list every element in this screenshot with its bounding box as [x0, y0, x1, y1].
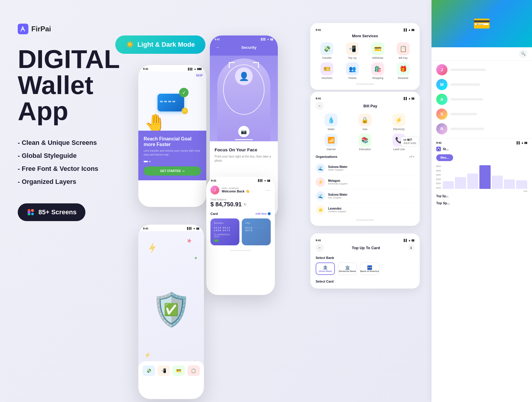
- org-1-type: Water Supplier: [328, 168, 348, 171]
- bill-education[interactable]: 📚 Education: [350, 134, 381, 151]
- service-rewards[interactable]: 🎁 Rewards: [392, 62, 414, 80]
- org-list: 🌊 Subsea Water Water Supplier ⚡ Metagon …: [316, 161, 414, 217]
- balance-section: Total Balance $ 84,750.91 ↻: [206, 197, 275, 211]
- check-icon: ✅: [164, 303, 179, 317]
- features-list: - Clean & Unique Screens - Global Styleg…: [18, 139, 148, 186]
- bill-electricity[interactable]: ⚡ Electricity: [383, 114, 414, 131]
- topup-back-button[interactable]: ←: [316, 244, 324, 252]
- bill-back-button[interactable]: ←: [316, 102, 324, 110]
- user-info: J Hello, Jonathant Welcome Back 👋: [210, 186, 250, 194]
- menu-icon[interactable]: ···: [265, 188, 271, 192]
- avatar-item-4[interactable]: S: [436, 108, 527, 120]
- screen-shield: 9:41 ▌▌▌▲▮▮ ⚡ ★ ✦ ⚡ ✦ 🛡️ ✅ 💸 📲 💳 📋: [138, 225, 204, 399]
- service-billpay[interactable]: 📋 Bill Pay: [392, 42, 414, 59]
- bar-3: [467, 174, 478, 189]
- brand-name: FirPai: [31, 25, 51, 33]
- mode-label: Light & Dark Mode: [137, 41, 195, 48]
- refresh-icon[interactable]: ↻: [244, 202, 246, 207]
- card-2[interactable]: VISA 6219 ···· ···· 8075: [242, 218, 271, 245]
- card-1[interactable]: BancBank 6219 8610 2868 8075 DJ. ANDERSO…: [210, 218, 239, 245]
- service-vouchers[interactable]: 🎫 Vouchers: [316, 62, 338, 80]
- bank-union[interactable]: 🏦 Union Bank: [316, 262, 335, 275]
- bs-icon-4[interactable]: 📋: [187, 365, 200, 376]
- avatar-item-5[interactable]: R: [436, 123, 527, 134]
- info-icon[interactable]: ℹ: [408, 244, 414, 251]
- screens-count: 85+ Screens: [38, 208, 77, 216]
- add-new-button[interactable]: Add New 🔵: [255, 212, 271, 215]
- signal-3: ▌▌▌▲▮▮: [258, 179, 270, 182]
- feature-4: - Organized Layers: [18, 178, 148, 186]
- skip-button[interactable]: SKIP: [196, 74, 203, 77]
- avatar-item-1[interactable]: J: [436, 64, 527, 75]
- deco-2: ★: [185, 236, 193, 245]
- topup-nav: ← Top Up To Card ℹ: [316, 244, 414, 252]
- bank-boa[interactable]: 🏧 Bank of America: [360, 262, 379, 275]
- bar-1: [443, 181, 454, 189]
- bill-title: Bill Pay: [326, 104, 414, 108]
- service-transfer[interactable]: 💸 Transfer: [316, 42, 338, 59]
- search-button[interactable]: 🔍: [519, 50, 527, 58]
- illustration-area: SKIP ✓ 🪙 🤚: [138, 72, 206, 131]
- x-label: Sun: [436, 190, 527, 192]
- mode-button[interactable]: ☀️ Light & Dark Mode: [115, 35, 205, 54]
- card-illustration: ✓ 🪙: [156, 88, 189, 114]
- bill-water[interactable]: 💧 Water: [316, 114, 347, 131]
- banner-content: 💳: [432, 0, 532, 47]
- service-tickets-label: Tickets: [348, 77, 356, 80]
- signal-t: ▌▌▲▮▮: [404, 239, 414, 242]
- signal-s: ▌▌▲▮▮: [404, 28, 414, 31]
- org-subsea-gas[interactable]: 🌊 Subsea Water Gas Supplier: [316, 189, 414, 203]
- org-metagon[interactable]: ⚡ Metagon Electricity Supplier: [316, 175, 414, 189]
- bank-name-1: BancBank: [214, 222, 236, 224]
- org-subsea-water[interactable]: 🌊 Subsea Water Water Supplier: [316, 161, 414, 175]
- org-lavandez[interactable]: ⭐ Lavandez Landline Supplier: [316, 203, 414, 217]
- watermark: UI 铺子 有格局 有调性: [401, 137, 419, 146]
- topup-title: Top Up To Card: [326, 246, 406, 250]
- service-tickets[interactable]: 👥 Tickets: [341, 62, 364, 80]
- camera-button[interactable]: 📷: [238, 126, 249, 137]
- org-4-name: Lavandez: [328, 207, 346, 210]
- service-withdraw[interactable]: 💳 Withdraw: [366, 42, 389, 59]
- greeting: Hello, Jonathant Welcome Back 👋: [222, 187, 250, 193]
- chart-title: Top Sp...: [436, 194, 527, 198]
- service-billpay-label: Bill Pay: [399, 56, 408, 59]
- deco-4: ⚡: [144, 352, 151, 358]
- select-card-label: Select Card: [316, 280, 414, 283]
- bs-icon-2[interactable]: 📲: [158, 365, 170, 376]
- bill-internet[interactable]: 📶 Internet: [316, 134, 347, 151]
- dashboard-header: J Hello, Jonathant Welcome Back 👋 ···: [206, 183, 275, 197]
- bs-icon-3[interactable]: 💳: [172, 365, 185, 376]
- back-icon[interactable]: ←: [215, 44, 222, 51]
- deco-1: ⚡: [146, 241, 159, 254]
- bank-deutsche[interactable]: 🏛️ Deutsche Bank: [338, 262, 357, 275]
- service-shopping[interactable]: 🛍️ Shopping: [366, 62, 389, 80]
- logo-icon: [18, 24, 28, 34]
- get-started-button[interactable]: GET STARTED ››: [144, 166, 201, 176]
- bottom-handle: [356, 84, 374, 85]
- bill-nav: ← Bill Pay: [316, 102, 414, 110]
- select-bank-label: Select Bank: [316, 256, 414, 260]
- screen-dashboard: 9:41 ▌▌▌▲▮▮ J Hello, Jonathant Welcome B…: [206, 177, 275, 295]
- avatar-item-2[interactable]: M: [436, 79, 527, 90]
- org-title: Organizations: [316, 155, 337, 158]
- signal-2: ▌▌▌▲▮▮: [261, 38, 273, 41]
- figma-icon: [27, 208, 35, 216]
- avatar-item-3[interactable]: A: [436, 94, 527, 105]
- card-label: Card: [210, 212, 218, 215]
- search-row: 🔍: [432, 47, 532, 61]
- services-row-1: 💸 Transfer 📲 Top Up 💳 Withdraw 📋 Bill Pa…: [316, 42, 414, 59]
- phone-status-1: 9:41 ▌▌▌ ▲ ▮▮▮: [138, 65, 206, 72]
- phone-status-2: 9:41 ▌▌▌▲▮▮: [210, 35, 278, 42]
- bill-gas[interactable]: 🔒 Gas: [350, 114, 381, 131]
- signal-4: ▌▌▌▲▮▮: [187, 227, 199, 230]
- feature-1: - Clean & Unique Screens: [18, 139, 148, 147]
- service-topup[interactable]: 📲 Top Up: [341, 42, 364, 59]
- corner-tr: [253, 62, 259, 68]
- mini-logo: St...: [432, 145, 532, 153]
- toggle-1[interactable]: [214, 239, 236, 242]
- org-filter[interactable]: All ▾: [409, 155, 414, 158]
- week-button[interactable]: Wee...: [436, 154, 453, 161]
- services-phone-status: 9:41 ▌▌▲▮▮: [316, 28, 414, 31]
- bs-icon-1[interactable]: 💸: [142, 365, 155, 376]
- logo-area: FirPai: [18, 24, 148, 34]
